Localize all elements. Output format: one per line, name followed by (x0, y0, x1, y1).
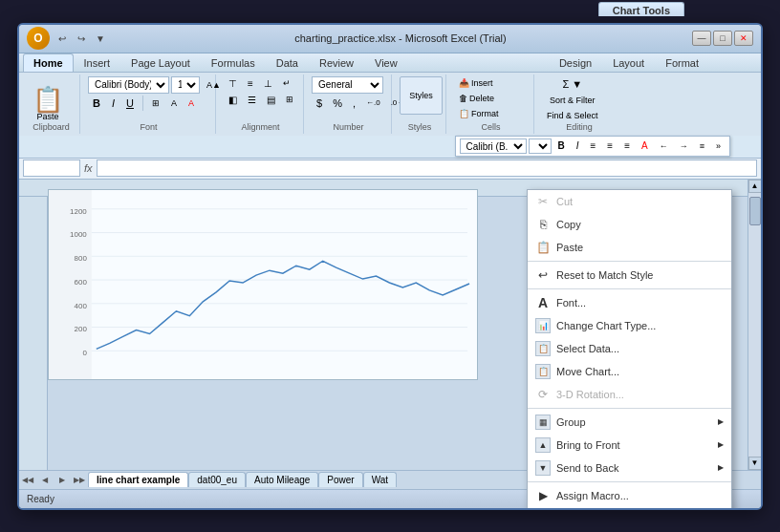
tab-layout[interactable]: Layout (602, 53, 655, 72)
number-format-select[interactable]: General (312, 76, 383, 94)
ctx-group[interactable]: ▦ Group (528, 411, 731, 434)
float-size-select[interactable]: 10 (529, 138, 552, 154)
close-button[interactable]: ✕ (734, 31, 753, 46)
tab-format[interactable]: Format (655, 53, 709, 72)
ctx-cut[interactable]: ✂ Cut (528, 190, 731, 213)
ctx-change-chart-label: Change Chart Type... (556, 320, 656, 331)
align-middle-button[interactable]: ≡ (243, 76, 258, 91)
paste-button[interactable]: 📋 Paste (29, 85, 67, 123)
tab-home[interactable]: Home (23, 53, 74, 72)
svg-text:800: 800 (75, 254, 88, 263)
sheet-tab-1[interactable]: dat00_eu (188, 472, 246, 487)
ctx-send-back[interactable]: ▼ Send to Back (528, 457, 731, 479)
ctx-move-chart[interactable]: 📋 Move Chart... (528, 360, 731, 383)
ctx-copy[interactable]: ⎘ Copy (528, 213, 731, 236)
tab-review[interactable]: Review (309, 53, 364, 72)
undo-button[interactable]: ↩ (54, 30, 71, 47)
office-button[interactable]: O (27, 27, 50, 50)
tab-page-layout[interactable]: Page Layout (120, 53, 201, 72)
ctx-select-data-label: Select Data... (556, 343, 619, 354)
comma-button[interactable]: , (348, 96, 360, 111)
ctx-change-chart[interactable]: 📊 Change Chart Type... (528, 314, 731, 337)
tab-design[interactable]: Design (549, 53, 602, 72)
sheet-tab-3[interactable]: Power (318, 472, 362, 487)
fill-color-button[interactable]: A (166, 96, 182, 110)
currency-button[interactable]: $ (312, 96, 327, 111)
scroll-down-arrow[interactable]: ▼ (748, 457, 762, 470)
ctx-rotation-label: 3-D Rotation... (556, 389, 624, 400)
italic-button[interactable]: I (107, 96, 119, 111)
float-font-color-button[interactable]: A (637, 138, 653, 154)
delete-cells-button[interactable]: 🗑Delete (454, 92, 504, 105)
font-size-select[interactable]: 10 (171, 76, 200, 94)
border-button[interactable]: ⊞ (147, 96, 164, 110)
sheet-nav-last[interactable]: ▶▶ (71, 471, 88, 488)
sheet-tab-4[interactable]: Wat (363, 472, 397, 487)
name-box[interactable] (23, 160, 80, 177)
sheet-tab-2[interactable]: Auto Mileage (246, 472, 318, 487)
sheet-nav-next[interactable]: ▶ (54, 471, 71, 488)
sum-button[interactable]: Σ ▼ (542, 76, 603, 92)
move-chart-icon: 📋 (535, 364, 551, 379)
align-bottom-button[interactable]: ⊥ (259, 76, 277, 91)
align-center-button[interactable]: ☰ (243, 93, 261, 107)
float-list-button[interactable]: ≡ (695, 138, 709, 154)
find-select-button[interactable]: Find & Select (542, 109, 603, 122)
ctx-reset[interactable]: ↩ Reset to Match Style (528, 264, 731, 287)
ctx-format-chart[interactable]: 📋 Format Chart Area... (528, 507, 731, 510)
separator (142, 96, 143, 111)
ctx-rotation[interactable]: ⟳ 3-D Rotation... (528, 383, 731, 406)
float-indent-left-button[interactable]: ← (655, 138, 673, 154)
format-cells-button[interactable]: 📋Format (454, 107, 504, 120)
styles-button[interactable]: Styles (400, 76, 443, 115)
group-icon: ▦ (535, 415, 551, 430)
insert-cells-button[interactable]: 📥Insert (454, 76, 504, 90)
ctx-bring-front[interactable]: ▲ Bring to Front (528, 434, 731, 457)
font-color-button[interactable]: A (184, 96, 199, 110)
float-font-select[interactable]: Calibri (B... (460, 138, 527, 154)
merge-button[interactable]: ⊞ (281, 93, 298, 107)
sort-filter-button[interactable]: Sort & Filter (542, 94, 603, 107)
formula-input[interactable] (97, 160, 757, 177)
align-top-button[interactable]: ⊤ (224, 76, 242, 91)
clipboard-group: 📋 Paste Clipboard (23, 74, 80, 134)
tab-insert[interactable]: Insert (74, 53, 121, 72)
sheet-tab-0[interactable]: line chart example (88, 472, 188, 487)
float-bold-button[interactable]: B (553, 138, 570, 154)
ctx-paste[interactable]: 📋 Paste (528, 236, 731, 259)
quick-access-dropdown[interactable]: ▼ (92, 30, 109, 47)
tab-view[interactable]: View (364, 53, 408, 72)
tab-data[interactable]: Data (266, 53, 309, 72)
sheet-nav-prev[interactable]: ◀ (36, 471, 54, 488)
minimize-button[interactable]: — (692, 31, 711, 46)
float-indent-right-button[interactable]: → (675, 138, 693, 154)
decrease-decimal-button[interactable]: ←.0 (361, 96, 385, 111)
redo-button[interactable]: ↪ (73, 30, 90, 47)
wrap-text-button[interactable]: ↵ (278, 76, 295, 91)
bold-button[interactable]: B (88, 96, 105, 111)
float-align2-button[interactable]: ≡ (602, 138, 618, 154)
percent-button[interactable]: % (328, 96, 347, 111)
float-italic-button[interactable]: I (572, 138, 584, 154)
ctx-select-data[interactable]: 📋 Select Data... (528, 337, 731, 360)
float-align1-button[interactable]: ≡ (586, 138, 601, 154)
ctx-font[interactable]: A Font... (528, 291, 731, 314)
float-align3-button[interactable]: ≡ (619, 138, 635, 154)
maximize-button[interactable]: □ (713, 31, 732, 46)
underline-button[interactable]: U (121, 96, 139, 111)
ctx-assign-macro[interactable]: ▶ Assign Macro... (528, 484, 731, 507)
float-more-button[interactable]: » (711, 138, 726, 154)
align-right-button[interactable]: ▤ (262, 93, 280, 107)
svg-text:400: 400 (75, 301, 88, 309)
sheet-nav-first[interactable]: ◀◀ (19, 471, 36, 488)
font-name-select[interactable]: Calibri (Body) (88, 76, 169, 94)
scroll-thumb[interactable] (749, 197, 761, 225)
scroll-up-arrow[interactable]: ▲ (748, 180, 762, 193)
chart-area[interactable]: 0 200 400 600 800 1000 1200 (48, 189, 478, 380)
ctx-bring-front-label: Bring to Front (556, 439, 620, 451)
svg-text:1000: 1000 (70, 230, 87, 239)
ctx-separator-3 (528, 408, 731, 409)
ribbon-tabs-row: Home Insert Page Layout Formulas Data Re… (19, 53, 761, 73)
tab-formulas[interactable]: Formulas (201, 53, 266, 72)
align-left-button[interactable]: ◧ (224, 93, 242, 107)
